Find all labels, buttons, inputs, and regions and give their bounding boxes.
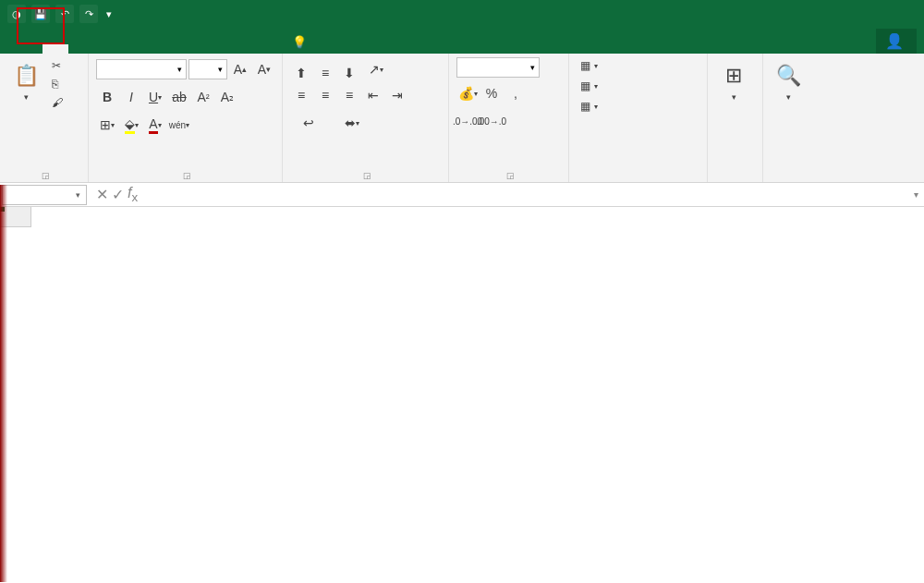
align-left-button[interactable]: ≡ xyxy=(290,83,312,107)
number-launcher-icon[interactable]: ◲ xyxy=(506,171,515,180)
formula-input[interactable] xyxy=(145,185,907,205)
autosave-toggle[interactable]: ◑ xyxy=(7,5,26,23)
qat-dropdown-icon[interactable]: ▾ xyxy=(103,5,115,23)
align-center-button[interactable]: ≡ xyxy=(314,83,336,107)
undo-icon[interactable]: ↶ xyxy=(55,5,74,23)
find-icon: 🔍 xyxy=(774,61,804,91)
paste-button[interactable]: 📋 ▾ xyxy=(7,57,44,105)
number-format-select[interactable]: ▾ xyxy=(456,57,540,78)
close-button[interactable] xyxy=(882,0,924,28)
merge-center-button[interactable]: ⬌▾ xyxy=(329,111,375,135)
subscript-button[interactable]: A₂ xyxy=(216,85,238,109)
font-size-select[interactable]: ▾ xyxy=(188,59,227,79)
comma-format-button[interactable]: , xyxy=(505,81,527,105)
group-clipboard: 📋 ▾ ✂ ⎘ 🖌 ◲ xyxy=(0,54,89,182)
format-painter-button[interactable]: 🖌 xyxy=(48,94,67,111)
font-launcher-icon[interactable]: ◲ xyxy=(183,171,191,180)
tab-home[interactable] xyxy=(43,44,68,54)
phonetic-button[interactable]: wén▾ xyxy=(168,113,190,137)
brush-icon: 🖌 xyxy=(52,96,63,109)
quick-access-toolbar: ◑ 💾 ↶ ↷ ▾ xyxy=(0,5,122,23)
fx-icon[interactable]: fx xyxy=(128,185,138,204)
formula-bar: ▾ ✕ ✓ fx ▾ xyxy=(0,183,924,207)
group-alignment: ⬆ ≡ ⬇ ≡ ≡ ≡ ↗▾ ⇤ ⇥ xyxy=(283,54,449,182)
increase-indent-button[interactable]: ⇥ xyxy=(386,83,408,107)
column-headers xyxy=(31,207,924,227)
name-box-dropdown-icon[interactable]: ▾ xyxy=(76,190,80,200)
underline-button[interactable]: U▾ xyxy=(144,85,166,109)
title-bar: ◑ 💾 ↶ ↷ ▾ xyxy=(0,0,924,28)
ribbon: 📋 ▾ ✂ ⎘ 🖌 ◲ ▾ ▾ A▴ A▾ B I xyxy=(0,54,924,183)
save-icon[interactable]: 💾 xyxy=(31,5,50,23)
increase-decimal-button[interactable]: .0→.00 xyxy=(456,109,479,133)
copy-icon: ⎘ xyxy=(52,78,58,91)
align-middle-button[interactable]: ≡ xyxy=(314,61,336,85)
tab-page-layout[interactable] xyxy=(120,44,146,54)
group-editing: 🔍 ▾ xyxy=(763,54,814,182)
align-top-button[interactable]: ⬆ xyxy=(290,61,312,85)
tab-insert[interactable] xyxy=(68,44,94,54)
format-as-table-button[interactable]: ▦▾ xyxy=(577,78,602,94)
cell-style-icon: ▦ xyxy=(580,100,590,113)
conditional-format-button[interactable]: ▦▾ xyxy=(577,57,602,74)
percent-format-button[interactable]: % xyxy=(480,81,503,105)
group-number: ▾ 💰▾ % , .0→.00 .00→.0 ◲ xyxy=(449,54,569,182)
editing-button[interactable]: 🔍 ▾ xyxy=(771,57,807,105)
formula-bar-expand-icon[interactable]: ▾ xyxy=(907,189,924,200)
font-color-button[interactable]: A▾ xyxy=(144,113,166,137)
left-edge-decoration xyxy=(0,185,7,582)
bulb-icon: 💡 xyxy=(292,35,307,49)
restore-button[interactable] xyxy=(841,0,882,28)
tab-developer[interactable] xyxy=(249,44,275,54)
border-button[interactable]: ⊞▾ xyxy=(96,113,118,137)
fill-color-button[interactable]: ⬙▾ xyxy=(120,113,142,137)
cells-button[interactable]: ⊞ ▾ xyxy=(715,57,752,105)
cells-icon: ⊞ xyxy=(719,61,748,91)
font-name-select[interactable]: ▾ xyxy=(96,59,187,79)
decrease-indent-button[interactable]: ⇤ xyxy=(362,83,384,107)
group-styles: ▦▾ ▦▾ ▦▾ xyxy=(569,54,708,182)
tab-review[interactable] xyxy=(198,44,224,54)
italic-button[interactable]: I xyxy=(120,85,142,109)
tab-draw[interactable] xyxy=(94,44,120,54)
align-right-button[interactable]: ≡ xyxy=(338,83,360,107)
accounting-format-button[interactable]: 💰▾ xyxy=(456,81,479,105)
enter-icon[interactable]: ✓ xyxy=(112,186,124,203)
align-bottom-button[interactable]: ⬇ xyxy=(338,61,360,85)
scissors-icon: ✂ xyxy=(52,59,61,72)
share-icon: 👤 xyxy=(885,32,904,50)
cancel-icon[interactable]: ✕ xyxy=(96,186,108,203)
minimize-button[interactable] xyxy=(799,0,841,28)
tab-file[interactable] xyxy=(17,44,43,54)
share-button[interactable]: 👤 xyxy=(876,29,917,54)
clipboard-launcher-icon[interactable]: ◲ xyxy=(42,171,50,180)
redo-icon[interactable]: ↷ xyxy=(79,5,98,23)
tell-me[interactable]: 💡 xyxy=(279,30,323,54)
clipboard-icon: 📋 xyxy=(11,61,41,91)
strikethrough-button[interactable]: ab xyxy=(168,85,190,109)
cut-button[interactable]: ✂ xyxy=(48,57,67,74)
spreadsheet-grid[interactable] xyxy=(0,207,924,581)
tab-formulas[interactable] xyxy=(146,44,172,54)
decrease-decimal-button[interactable]: .00→.0 xyxy=(480,109,503,133)
superscript-button[interactable]: A² xyxy=(192,85,214,109)
bucket-icon: ⬙ xyxy=(125,116,135,134)
orientation-button[interactable]: ↗▾ xyxy=(362,57,390,81)
tab-data[interactable] xyxy=(172,44,198,54)
group-font: ▾ ▾ A▴ A▾ B I U▾ ab A² A₂ ⊞▾ ⬙▾ A▾ xyxy=(89,54,283,182)
grow-font-button[interactable]: A▴ xyxy=(229,57,251,81)
tab-view[interactable] xyxy=(224,44,249,54)
bold-button[interactable]: B xyxy=(96,85,118,109)
wrap-text-button[interactable]: ↩ xyxy=(290,111,327,135)
ribbon-options-button[interactable] xyxy=(758,0,799,28)
group-cells: ⊞ ▾ xyxy=(708,54,763,182)
cell-styles-button[interactable]: ▦▾ xyxy=(577,98,602,115)
copy-button[interactable]: ⎘ xyxy=(48,76,67,92)
shrink-font-button[interactable]: A▾ xyxy=(253,57,275,81)
ribbon-tabs: 💡 👤 xyxy=(0,28,924,54)
table-format-icon: ▦ xyxy=(580,79,590,92)
window-controls xyxy=(758,0,924,28)
conditional-format-icon: ▦ xyxy=(580,59,590,72)
alignment-launcher-icon[interactable]: ◲ xyxy=(363,171,371,180)
name-box[interactable]: ▾ xyxy=(2,185,87,205)
